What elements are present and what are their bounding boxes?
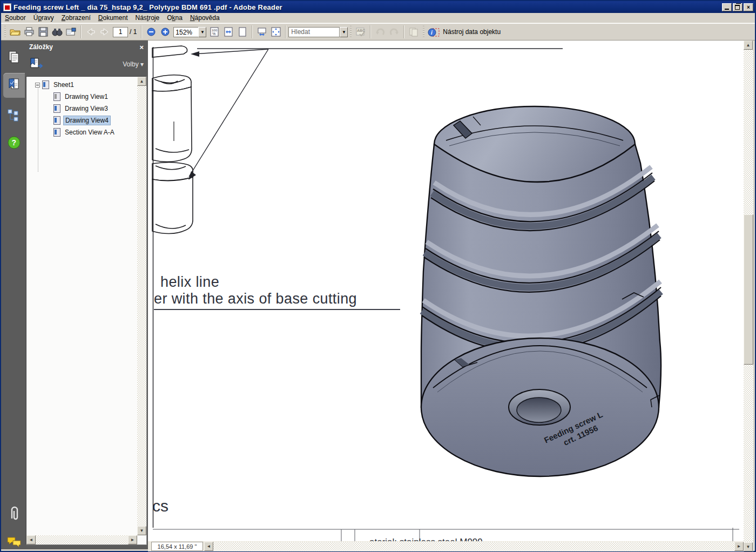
rotate-ccw-button[interactable] [373, 25, 387, 39]
close-button[interactable]: × [744, 3, 753, 11]
bookmark-label: Section View A-A [63, 128, 116, 137]
comments-icon [6, 536, 22, 551]
menu-zobrazeni[interactable]: Zobrazení [58, 13, 94, 23]
zoom-out-icon [146, 27, 156, 37]
document-page[interactable]: aterial: stainless steel M999 helix line… [148, 41, 745, 541]
menu-nastroje[interactable]: Nástroje [132, 13, 164, 23]
search-button[interactable] [50, 25, 64, 39]
comments-tab[interactable] [3, 531, 25, 552]
document-vertical-scrollbar[interactable]: ▲ ▼ [744, 41, 753, 551]
abc-spellcheck-icon: ABC [355, 27, 366, 37]
scroll-pages-button[interactable] [255, 25, 269, 39]
scroll-left-icon[interactable]: ◄ [204, 542, 213, 551]
bookmark-page-icon [53, 128, 60, 137]
copy-button[interactable] [407, 25, 421, 39]
bookmarks-tree: Sheet1 Drawing View1 Drawing View3 Drawi… [26, 76, 147, 545]
vertical-scroll-thumb[interactable] [744, 214, 753, 365]
menu-upravy[interactable]: Úpravy [30, 13, 58, 23]
panel-close-icon[interactable]: × [139, 43, 144, 51]
bookmark-drawing-view3[interactable]: Drawing View3 [53, 103, 110, 115]
document-horizontal-scrollbar[interactable]: 16,54 x 11,69 " ◄ ► [148, 541, 744, 551]
svg-text:%: % [212, 32, 215, 36]
attachments-tab[interactable] [3, 502, 25, 527]
pages-tab[interactable] [3, 46, 25, 71]
tree-vertical-scrollbar[interactable]: ▲ ▼ [137, 77, 146, 535]
leader-arrowhead [191, 51, 199, 57]
toolbar-separator [370, 25, 371, 38]
model-tree-tab[interactable] [3, 104, 25, 129]
toolbar-grip[interactable] [423, 26, 424, 38]
actual-size-button[interactable]: 100% [207, 25, 221, 39]
spellcheck-button[interactable]: ABC [354, 25, 368, 39]
search-input[interactable] [288, 27, 340, 37]
bookmark-sheet1[interactable]: Sheet1 [35, 79, 76, 91]
bookmark-section-view-aa[interactable]: Section View A-A [53, 126, 116, 138]
fit-visible-icon [271, 27, 281, 37]
bookmarks-panel: Záložky × Volby ▾ Sheet1 Drawing View1 [25, 41, 148, 549]
menu-soubor[interactable]: Soubor [1, 13, 30, 23]
chevron-down-icon[interactable]: ▼ [198, 27, 206, 37]
fit-width-button[interactable] [221, 25, 235, 39]
restore-button[interactable] [733, 3, 742, 11]
copy-icon [409, 27, 418, 37]
note-axis-base-cutting: er with the axis of base cutting [154, 291, 400, 310]
email-button[interactable] [64, 25, 78, 39]
menu-dokument[interactable]: Dokument [94, 13, 132, 23]
help-tab[interactable]: ? [3, 131, 25, 156]
next-page-button[interactable] [98, 25, 112, 39]
scroll-down-icon[interactable]: ▼ [744, 542, 753, 551]
bookmark-drawing-view1[interactable]: Drawing View1 [53, 91, 110, 103]
scroll-down-icon[interactable]: ▼ [137, 526, 146, 535]
arrow-right-icon [100, 28, 110, 36]
clipped-word-fragment: cs [152, 497, 168, 515]
menu-napoveda[interactable]: Nápověda [186, 13, 224, 23]
previous-page-button[interactable] [84, 25, 98, 39]
page-total-label: / 1 [130, 28, 137, 36]
actual-size-icon: 100% [210, 27, 219, 37]
options-menu-button[interactable]: Volby ▾ [123, 60, 144, 68]
fit-width-icon [224, 27, 233, 37]
bookmarks-panel-header: Záložky × [25, 41, 148, 53]
toolbar-grip[interactable] [350, 26, 352, 38]
fit-visible-button[interactable] [269, 25, 283, 39]
rotate-cw-button[interactable] [387, 25, 401, 39]
scroll-right-icon[interactable]: ► [128, 535, 137, 544]
open-button[interactable] [8, 25, 22, 39]
page-number-input[interactable] [113, 27, 128, 37]
zoom-level-combo[interactable]: 152% ▼ [173, 27, 206, 37]
zoom-in-button[interactable] [158, 25, 172, 39]
search-dropdown-arrow[interactable]: ▼ [340, 27, 348, 37]
menubar: Soubor Úpravy Zobrazení Dokument Nástroj… [1, 13, 755, 23]
bookmarks-tab[interactable] [3, 73, 25, 98]
object-data-tool-button[interactable]: i [427, 25, 441, 39]
title-block-clipped-text: aterial: stainless steel M999 [369, 537, 483, 541]
bookmark-label: Drawing View3 [63, 104, 110, 113]
minimize-button[interactable] [722, 3, 732, 11]
fit-page-icon [238, 27, 247, 37]
flight-profile-segment [152, 46, 187, 57]
center-hole [517, 398, 561, 422]
object-data-tool-label[interactable]: Nástroj data objektu [443, 28, 501, 36]
tree-horizontal-scrollbar[interactable]: ◄ ► [26, 535, 137, 544]
menu-okna[interactable]: Okna [163, 13, 186, 23]
scroll-up-icon[interactable]: ▲ [744, 41, 753, 50]
bookmark-drawing-view4[interactable]: Drawing View4 [53, 115, 111, 126]
toolbar-separator [285, 25, 286, 38]
scroll-up-icon[interactable]: ▲ [137, 77, 146, 86]
expand-bookmark-icon[interactable] [29, 57, 43, 71]
bookmarks-icon [8, 77, 21, 93]
titlebar[interactable]: Feeding screw Left _ dia 75_hstap 9,2_ P… [1, 1, 755, 13]
navigation-sidebar: ? [1, 41, 25, 549]
collapse-expander-icon[interactable] [35, 83, 40, 87]
toolbar-grip[interactable] [4, 26, 6, 38]
object-data-info-icon: i [428, 26, 440, 37]
toolbar: / 1 152% ▼ 100% ▼ ABC [1, 23, 755, 41]
fit-page-button[interactable] [235, 25, 249, 39]
save-button[interactable] [36, 25, 50, 39]
zoom-out-button[interactable] [144, 25, 158, 39]
scroll-right-icon[interactable]: ► [734, 542, 744, 551]
scroll-left-icon[interactable]: ◄ [26, 535, 36, 544]
bookmark-label: Sheet1 [52, 80, 76, 89]
print-button[interactable] [22, 25, 36, 39]
open-folder-icon [10, 28, 21, 36]
